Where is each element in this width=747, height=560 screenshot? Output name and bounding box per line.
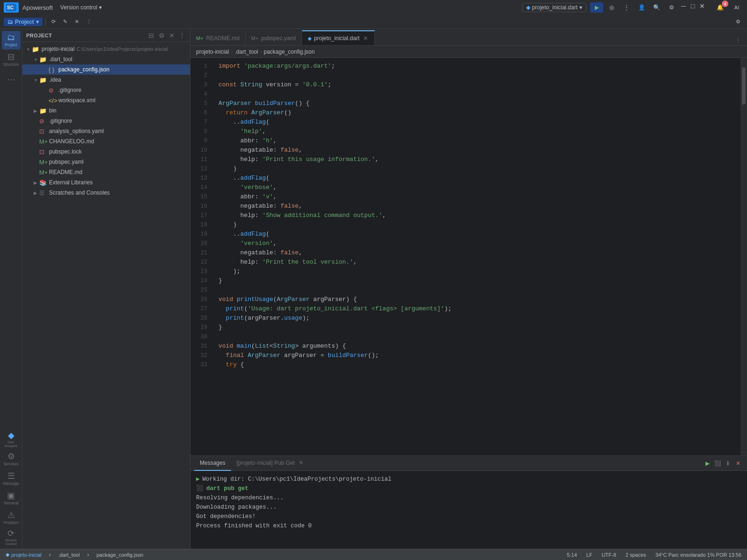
tree-bin[interactable]: ▶ 📁 bin [22,105,190,116]
line-number: 13 [190,174,207,183]
code-line [218,90,740,99]
tab-pubspec[interactable]: M+ pubspec.yaml [246,30,302,45]
statusbar-project[interactable]: ◆ projeto-inicial [4,552,43,558]
code-line: 'verbose', [218,183,740,192]
bottom-panel-btn-stop[interactable]: ⬛ [712,458,723,469]
tab-readme[interactable]: M+ README.md [190,30,246,45]
code-line: abbr: 'v', [218,192,740,202]
line-number: 28 [190,314,207,323]
more-run-options[interactable]: ⋮ [620,2,633,13]
code-line: 'version', [218,239,740,248]
more-options[interactable]: ⋮ [84,18,94,26]
statusbar-file[interactable]: package_config.json [95,552,145,558]
sidebar-item-messages[interactable]: ☰ Message [2,469,21,488]
tree-pubspec-lock[interactable]: ⊡ pubspec.lock [22,147,190,157]
bottom-content: ▶Working dir: C:\Users\pc1\IdeaProjects\… [190,471,747,549]
tree-root[interactable]: ▾ 📁 projeto-inicial C:\Users\pc1\IdeaPro… [22,44,190,54]
statusbar-breadcrumb1[interactable]: .dart_tool [56,552,82,558]
editor-scroll-track[interactable] [740,58,747,455]
close-button[interactable]: ✕ [698,2,706,10]
coverage-button[interactable]: ◎ [605,2,618,13]
line-number: 32 [190,351,207,360]
statusbar-encoding[interactable]: UTF-8 [600,552,618,558]
breadcrumb-project[interactable]: projeto-inicial [196,49,229,55]
more-panel-icon[interactable]: ⋮ [178,31,186,40]
run-button[interactable]: ▶ [590,2,603,13]
bottom-tab-pubget[interactable]: [projeto-inicial] Pub Get ✕ [231,456,310,471]
code-line: ) [218,164,740,174]
breadcrumb-dart-tool[interactable]: .dart_tool [235,49,258,55]
sidebar-item-project[interactable]: 🗂 Project [2,31,21,49]
settings-button[interactable]: ⚙ [665,2,678,13]
console-output-line: ⬛dart pub get [196,484,741,493]
bottom-panel-btn-dl[interactable]: ⬇ [723,458,733,469]
code-line: ArgParser buildParser() { [218,99,740,108]
file-tree-header: Project ⊟ ⚙ ✕ ⋮ [22,29,190,42]
line-number: 18 [190,220,207,230]
line-number: 25 [190,286,207,295]
close-panel-icon[interactable]: ✕ [168,31,176,40]
project-button[interactable]: 🗂 Project ▾ [4,18,42,26]
close-tab-icon[interactable]: ✕ [362,35,369,42]
sidebar-item-dart[interactable]: ◆ DartAnalysis [2,430,21,449]
editor-scroll-thumb[interactable] [742,67,746,105]
line-number: 4 [190,90,207,99]
tree-package-config[interactable]: { } package_config.json [22,64,190,75]
tree-analysis[interactable]: ⊡ analysis_options.yaml [22,126,190,136]
gear-settings[interactable]: ⚙ [733,18,743,26]
ai-button[interactable]: AI [730,2,743,13]
edit-icon[interactable]: ✎ [60,18,70,26]
maximize-button[interactable]: □ [689,2,697,10]
line-number: 10 [190,146,207,155]
account-button[interactable]: 👤 [635,2,648,13]
tree-dart-tool[interactable]: ▾ 📁 .dart_tool [22,54,190,64]
show-options-icon[interactable]: ⚙ [157,31,166,40]
sidebar-item-vcs[interactable]: ⟳ VersionControl [2,528,21,547]
tree-idea-gitignore[interactable]: ⊘ .gitignore [22,85,190,95]
main-layout: 🗂 Project ⊟ Structure ⋯ ◆ DartAnalysis ⚙… [0,29,747,549]
code-editor[interactable]: 1234567891011121314151617181920212223242… [190,58,747,455]
code-line: ..addFlag( [218,174,740,183]
statusbar-indent[interactable]: 2 spaces [624,552,648,558]
code-line: import 'package:args/args.dart'; [218,62,740,71]
code-line: ); [218,267,740,276]
tree-readme[interactable]: M+ README.md [22,167,190,177]
notification-bell[interactable]: 🔔 4 [713,2,726,13]
search-button[interactable]: 🔍 [650,2,663,13]
tree-pubspec-yaml[interactable]: M+ pubspec.yaml [22,157,190,167]
close-bottom-tab-icon[interactable]: ✕ [297,460,304,466]
line-number: 19 [190,230,207,239]
sidebar-item-problems[interactable]: ⚠ Problem [2,509,21,527]
collapse-all-icon[interactable]: ⊟ [147,31,155,40]
svg-text:SC: SC [7,5,14,10]
split-editor-btn[interactable]: ⋮ [733,35,743,45]
bottom-tab-messages[interactable]: Messages [194,456,231,471]
bottom-panel-btn-close[interactable]: ✕ [733,458,743,469]
code-line: void printUsage(ArgParser argParser) { [218,295,740,304]
tree-root-gitignore[interactable]: ⊘ .gitignore [22,116,190,126]
version-control-menu[interactable]: Version control ▾ [56,3,106,12]
code-line: negatable: false, [218,248,740,258]
tab-main-dart[interactable]: ◆ projeto_inicial.dart ✕ [302,30,375,45]
console-output-line: Resolving dependencies... [196,493,741,503]
sync-icon[interactable]: ⟳ [49,18,58,26]
breadcrumb-file[interactable]: package_config.json [264,49,315,55]
sidebar-item-services[interactable]: ⚙ Services [2,450,21,469]
tree-changelog[interactable]: M+ CHANGELOG.md [22,136,190,147]
statusbar-position[interactable]: 5:14 [565,552,578,558]
tree-ext-libs[interactable]: ▶ 📚 External Libraries [22,177,190,188]
tree-idea[interactable]: ▾ 📁 .idea [22,75,190,85]
tree-scratches[interactable]: ▶ ☰ Scratches and Consoles [22,188,190,198]
tree-workspace-xml[interactable]: </> workspace.xml [22,95,190,105]
code-content[interactable]: import 'package:args/args.dart'; const S… [213,58,740,455]
statusbar-line-ending[interactable]: LF [585,552,594,558]
sidebar-item-more[interactable]: ⋯ [2,70,21,89]
code-line: ) [218,220,740,230]
delete-icon[interactable]: ✕ [72,18,82,26]
sidebar-item-structure[interactable]: ⊟ Structure [2,50,21,69]
project-icon: 🗂 [7,19,13,25]
minimize-button[interactable]: ─ [680,2,687,10]
bottom-panel-btn-run[interactable]: ▶ [702,458,712,469]
sidebar-item-terminal[interactable]: ▣ Terminal [2,489,21,508]
console-output-line: Got dependencies! [196,512,741,521]
